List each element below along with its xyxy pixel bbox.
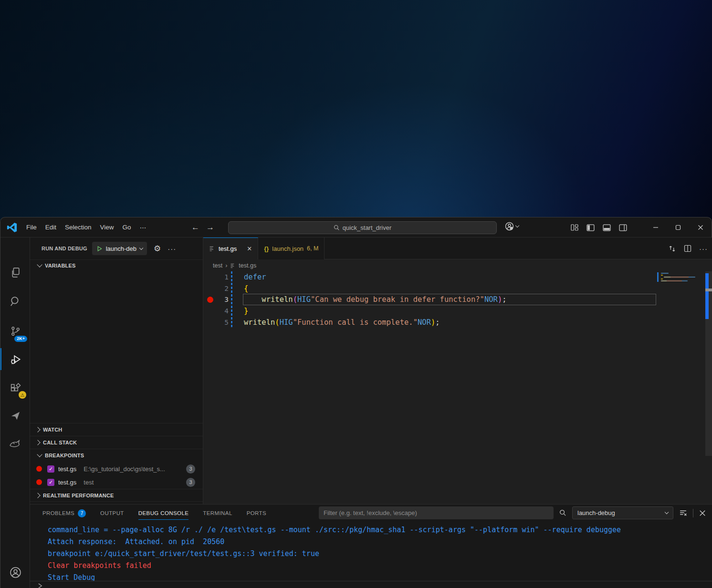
tab-ports[interactable]: PORTS <box>247 505 266 522</box>
maximize-button[interactable] <box>667 217 689 237</box>
breakpoint-dot-icon <box>36 466 42 472</box>
split-editor-icon[interactable] <box>684 245 691 252</box>
tab-launch-json[interactable]: {} launch.json 6, M <box>258 237 325 259</box>
debug-console-output[interactable]: command_line = --page-alloc 8G /r ./ /e … <box>30 522 712 579</box>
toggle-secondary-sidebar-icon[interactable] <box>619 224 627 232</box>
tab-terminal[interactable]: TERMINAL <box>203 505 232 522</box>
scrollbar-slider[interactable] <box>705 289 712 291</box>
call-stack-section-header[interactable]: CALL STACK <box>30 436 203 449</box>
variables-section-header[interactable]: VARIABLES <box>30 259 203 271</box>
explorer-icon[interactable] <box>0 260 30 284</box>
menu-bar: File Edit Selection View Go ⋯ <box>22 221 150 234</box>
breakpoint-location: test <box>84 479 186 486</box>
tab-test-gs[interactable]: test.gs ✕ <box>203 237 258 259</box>
console-line: breakpoint e:/quick_start_driver/test/te… <box>48 548 319 560</box>
tab-output[interactable]: OUTPUT <box>100 505 124 522</box>
breadcrumb-file[interactable]: test.gs <box>239 262 256 269</box>
run-and-debug-icon[interactable] <box>0 347 30 371</box>
breakpoint-dot-icon <box>36 479 42 485</box>
customize-layout-icon[interactable] <box>571 224 578 231</box>
vscode-logo-icon <box>7 222 17 233</box>
code-area[interactable]: 1 defer 2 { 3 writeln(HIG"Can we debug b… <box>203 271 712 504</box>
vscode-window: File Edit Selection View Go ⋯ ← → quick_… <box>0 217 712 588</box>
command-center-search[interactable]: quick_start_driver <box>228 221 497 234</box>
panel-header: PROBLEMS 7 OUTPUT DEBUG CONSOLE TERMINAL… <box>30 505 712 522</box>
tab-problems[interactable]: PROBLEMS 7 <box>42 505 86 522</box>
breakpoint-line-badge: 3 <box>186 478 195 487</box>
breakpoint-checkbox[interactable]: ✓ <box>47 465 54 473</box>
console-line: Clear breakpoints failed <box>48 560 151 572</box>
launch-config-control[interactable]: launch-deb <box>92 242 147 255</box>
editor-more-actions-icon[interactable]: ··· <box>699 245 708 253</box>
account-profile-icon[interactable] <box>0 560 30 584</box>
minimap-modified-bar <box>657 272 659 282</box>
search-icon <box>334 225 340 231</box>
breakpoint-file: test.gs <box>58 465 76 473</box>
menu-view[interactable]: View <box>96 221 118 233</box>
active-view-indicator <box>0 348 1 370</box>
accounts-menu[interactable] <box>505 222 519 231</box>
docker-whale-icon[interactable] <box>0 432 30 456</box>
code-line: 1 defer <box>203 271 712 283</box>
tab-debug-console[interactable]: DEBUG CONSOLE <box>138 505 189 522</box>
bottom-panel: PROBLEMS 7 OUTPUT DEBUG CONSOLE TERMINAL… <box>30 504 712 588</box>
menu-file[interactable]: File <box>22 221 41 233</box>
menu-selection[interactable]: Selection <box>61 221 96 233</box>
breakpoint-row[interactable]: ✓ test.gs E:\gs_tutorial_doc\gs\test_s..… <box>30 462 203 475</box>
realtime-performance-section-header[interactable]: REALTIME PERFORMANCE <box>30 489 203 502</box>
open-changes-icon[interactable] <box>668 245 676 253</box>
console-input[interactable] <box>30 581 712 588</box>
remote-send-icon[interactable] <box>0 403 30 427</box>
sidebar-more-actions-icon[interactable]: ··· <box>168 245 176 253</box>
launch-config-name: launch-deb <box>106 245 136 252</box>
sidebar-title: RUN AND DEBUG <box>42 246 87 251</box>
chevron-down-icon <box>37 452 42 457</box>
extensions-icon[interactable]: ⚠ <box>0 377 30 401</box>
menu-edit[interactable]: Edit <box>41 221 61 233</box>
back-arrow-icon[interactable]: ← <box>191 223 199 232</box>
panel-tabs: PROBLEMS 7 OUTPUT DEBUG CONSOLE TERMINAL… <box>42 505 266 522</box>
forward-arrow-icon[interactable]: → <box>206 223 214 232</box>
toggle-sidebar-icon[interactable] <box>586 224 595 232</box>
breakpoint-line-badge: 3 <box>186 464 195 474</box>
breadcrumb-folder[interactable]: test <box>213 262 222 269</box>
debug-settings-gear-icon[interactable]: ⚙ <box>154 245 161 253</box>
activity-bar: 2K+ ⚠ ⚙ 1 <box>0 237 30 588</box>
debug-session-select[interactable]: launch-debug <box>572 506 673 519</box>
breadcrumb[interactable]: test › test.gs <box>203 259 712 271</box>
toggle-panel-icon[interactable] <box>603 224 611 232</box>
file-icon <box>209 246 215 252</box>
editor-tab-bar: test.gs ✕ {} launch.json 6, M ··· <box>203 237 712 259</box>
menu-overflow[interactable]: ⋯ <box>136 221 151 234</box>
console-line: command_line = --page-alloc 8G /r ./ /e … <box>48 524 621 536</box>
source-control-icon[interactable]: 2K+ <box>0 319 30 343</box>
watch-section-header[interactable]: WATCH <box>30 423 203 436</box>
minimap-line <box>664 277 695 278</box>
minimize-button[interactable] <box>644 217 667 237</box>
chevron-down-icon <box>37 262 42 267</box>
minimap-line <box>661 275 663 276</box>
breakpoint-checkbox[interactable]: ✓ <box>47 479 54 486</box>
close-tab-icon[interactable]: ✕ <box>247 245 252 252</box>
sidebar-header: RUN AND DEBUG launch-deb ⚙ ··· <box>30 237 203 259</box>
breakpoint-location: E:\gs_tutorial_doc\gs\test_s... <box>84 465 186 473</box>
titlebar: File Edit Selection View Go ⋯ ← → quick_… <box>0 217 712 237</box>
filter-search-icon <box>559 509 566 516</box>
close-panel-icon[interactable] <box>699 510 706 516</box>
code-line: 5 writeln(HIG"Function call is complete.… <box>203 317 712 328</box>
clear-console-icon[interactable] <box>679 509 687 517</box>
json-icon: {} <box>264 245 269 252</box>
breakpoint-row[interactable]: ✓ test.gs test 3 <box>30 475 203 489</box>
editor-scrollbar[interactable] <box>705 271 712 456</box>
minimap-line <box>661 273 669 274</box>
console-filter-input[interactable] <box>319 506 554 519</box>
breakpoints-section-header[interactable]: BREAKPOINTS <box>30 449 203 462</box>
search-view-icon[interactable] <box>0 289 30 313</box>
chevron-right-icon <box>35 493 40 498</box>
overview-ruler-modified <box>705 273 709 319</box>
minimap[interactable] <box>657 272 705 284</box>
minimap-line <box>661 279 663 279</box>
menu-go[interactable]: Go <box>118 221 136 233</box>
close-button[interactable] <box>689 217 712 237</box>
code-line: 2 { <box>203 283 712 294</box>
